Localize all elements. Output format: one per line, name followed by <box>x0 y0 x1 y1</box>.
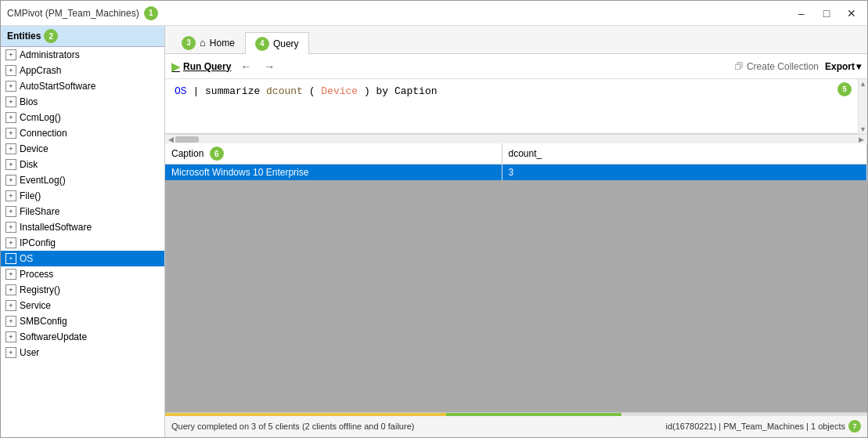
table-row[interactable]: Microsoft Windows 10 Enterprise3 <box>165 165 867 180</box>
sidebar-item-fileshare[interactable]: +FileShare <box>1 204 164 219</box>
expand-icon[interactable]: + <box>5 143 16 154</box>
scroll-down-icon[interactable]: ▼ <box>859 125 866 133</box>
expand-icon[interactable]: + <box>5 284 16 295</box>
expand-icon[interactable]: + <box>5 96 16 107</box>
sidebar-item-label: Process <box>20 269 53 280</box>
window-title: CMPivot (PM_Team_Machines) <box>7 8 139 19</box>
sidebar-list: +Administrators+AppCrash+AutoStartSoftwa… <box>1 47 164 437</box>
title-bar-controls: – □ ✕ <box>792 4 861 23</box>
sidebar-item-eventlog--[interactable]: +EventLog() <box>1 172 164 188</box>
sidebar-item-autostartsoftware[interactable]: +AutoStartSoftware <box>1 78 164 94</box>
expand-icon[interactable]: + <box>5 253 16 264</box>
sidebar-item-label: Registry() <box>20 284 60 295</box>
sidebar-header: Entities 2 <box>1 26 164 47</box>
collection-icon: 🗇 <box>734 61 744 72</box>
sidebar-item-device[interactable]: +Device <box>1 141 164 157</box>
scroll-right-icon[interactable]: ▶ <box>857 136 866 143</box>
sidebar-item-bios[interactable]: +Bios <box>1 94 164 110</box>
vertical-scrollbar[interactable]: ▲ ▼ <box>858 79 867 134</box>
sidebar-item-registry--[interactable]: +Registry() <box>1 282 164 298</box>
sidebar-item-installedsoftware[interactable]: +InstalledSoftware <box>1 219 164 235</box>
results-body: Microsoft Windows 10 Enterprise3 <box>165 165 867 412</box>
query-tab-badge: 4 <box>255 37 269 51</box>
home-tab-badge: 3 <box>182 36 196 50</box>
home-tab-label: Home <box>210 38 235 49</box>
sidebar-item-label: Administrators <box>20 49 80 60</box>
sidebar-item-label: InstalledSoftware <box>20 222 92 233</box>
home-icon: ⌂ <box>200 37 206 49</box>
expand-icon[interactable]: + <box>5 222 16 233</box>
sidebar-item-label: File() <box>20 190 41 201</box>
dcount-link[interactable]: 3 <box>509 167 514 178</box>
sidebar-item-disk[interactable]: +Disk <box>1 157 164 172</box>
col-dcount-label: dcount_ <box>509 148 542 159</box>
horizontal-scrollbar[interactable]: ◀ ▶ <box>165 134 867 143</box>
close-button[interactable]: ✕ <box>842 4 861 23</box>
sidebar-item-smbconfig[interactable]: +SMBConfig <box>1 313 164 329</box>
results-badge: 6 <box>210 147 224 161</box>
query-editor-wrapper: OS | summarize dcount ( Device ) by Capt… <box>165 79 867 134</box>
status-bar: Query completed on 3 of 5 clients (2 cli… <box>165 412 867 437</box>
sidebar-item-label: User <box>20 347 39 358</box>
tab-home[interactable]: 3 ⌂ Home <box>171 31 245 53</box>
sidebar-item-label: Bios <box>20 96 38 107</box>
status-badge: 7 <box>848 420 861 433</box>
expand-icon[interactable]: + <box>5 128 16 139</box>
sidebar-item-label: Device <box>20 143 49 154</box>
expand-icon[interactable]: + <box>5 237 16 248</box>
create-collection-button[interactable]: 🗇 Create Collection <box>734 61 819 72</box>
col-caption-label: Caption <box>171 148 203 159</box>
scroll-thumb[interactable] <box>175 136 199 143</box>
forward-button[interactable]: → <box>261 59 278 74</box>
status-right-text: id(16780221) | PM_Team_Machines | 1 obje… <box>665 422 845 431</box>
expand-icon[interactable]: + <box>5 316 16 327</box>
expand-icon[interactable]: + <box>5 190 16 201</box>
sidebar-item-connection[interactable]: +Connection <box>1 125 164 141</box>
status-right: id(16780221) | PM_Team_Machines | 1 obje… <box>665 420 861 433</box>
expand-icon[interactable]: + <box>5 347 16 358</box>
minimize-button[interactable]: – <box>792 4 811 23</box>
expand-icon[interactable]: + <box>5 269 16 280</box>
sidebar-item-softwareupdate[interactable]: +SoftwareUpdate <box>1 329 164 345</box>
export-dropdown-icon: ▾ <box>856 61 861 72</box>
expand-icon[interactable]: + <box>5 331 16 342</box>
scroll-left-icon[interactable]: ◀ <box>167 136 175 143</box>
scroll-up-icon[interactable]: ▲ <box>859 80 866 88</box>
status-text-row: Query completed on 3 of 5 clients (2 cli… <box>165 416 867 437</box>
expand-icon[interactable]: + <box>5 175 16 186</box>
sidebar-item-label: EventLog() <box>20 175 66 186</box>
sidebar-item-user[interactable]: +User <box>1 345 164 360</box>
sidebar-item-ccmlog--[interactable]: +CcmLog() <box>1 110 164 125</box>
sidebar-item-os[interactable]: +OS <box>1 251 164 266</box>
back-button[interactable]: ← <box>237 59 254 74</box>
sidebar-item-file--[interactable]: +File() <box>1 188 164 204</box>
tab-query[interactable]: 4 Query <box>245 32 309 54</box>
cell-dcount[interactable]: 3 <box>502 165 867 180</box>
sidebar-item-appcrash[interactable]: +AppCrash <box>1 63 164 78</box>
expand-icon[interactable]: + <box>5 206 16 217</box>
expand-icon[interactable]: + <box>5 159 16 170</box>
col-header-caption: Caption 6 <box>165 143 502 165</box>
main-panel: 3 ⌂ Home 4 Query ▶ Run Query ← → <box>165 26 867 437</box>
play-icon: ▶ <box>171 60 180 73</box>
sidebar-item-label: FileShare <box>20 206 59 217</box>
expand-icon[interactable]: + <box>5 81 16 92</box>
expand-icon[interactable]: + <box>5 112 16 123</box>
expand-icon[interactable]: + <box>5 65 16 76</box>
results-table-header: Caption 6 dcount_ <box>165 143 867 165</box>
sidebar-item-label: Service <box>20 300 51 311</box>
maximize-button[interactable]: □ <box>817 4 836 23</box>
expand-icon[interactable]: + <box>5 300 16 311</box>
create-collection-label: Create Collection <box>747 61 819 72</box>
sidebar-item-service[interactable]: +Service <box>1 298 164 313</box>
expand-icon[interactable]: + <box>5 49 16 60</box>
export-button[interactable]: Export ▾ <box>825 61 861 72</box>
sidebar-item-label: SMBConfig <box>20 316 67 327</box>
results-area: Caption 6 dcount_ Mi <box>165 143 867 412</box>
query-editor[interactable]: OS | summarize dcount ( Device ) by Capt… <box>165 79 858 134</box>
sidebar-item-ipconfig[interactable]: +IPConfig <box>1 235 164 251</box>
run-query-button[interactable]: ▶ Run Query <box>171 60 231 73</box>
query-text: OS | summarize dcount ( Device ) by Capt… <box>175 85 438 97</box>
sidebar-item-administrators[interactable]: +Administrators <box>1 47 164 63</box>
sidebar-item-process[interactable]: +Process <box>1 266 164 282</box>
